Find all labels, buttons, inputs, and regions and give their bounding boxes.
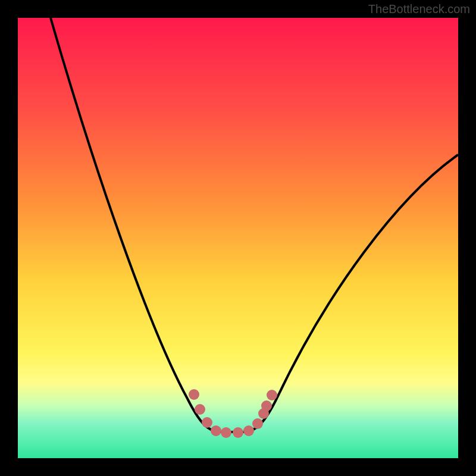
svg-point-0 bbox=[189, 389, 199, 400]
svg-point-4 bbox=[221, 427, 231, 438]
svg-point-6 bbox=[243, 425, 254, 436]
bottleneck-plot bbox=[18, 18, 458, 458]
svg-point-5 bbox=[233, 427, 243, 438]
chart-frame: TheBottleneck.com bbox=[0, 0, 476, 476]
curve-layer bbox=[18, 18, 458, 458]
svg-point-2 bbox=[202, 417, 212, 428]
watermark: TheBottleneck.com bbox=[368, 2, 470, 16]
svg-point-3 bbox=[211, 425, 221, 436]
svg-point-9 bbox=[261, 400, 272, 411]
bottleneck-curve bbox=[51, 18, 458, 432]
curve-markers bbox=[189, 389, 277, 438]
svg-point-7 bbox=[252, 418, 263, 429]
svg-point-1 bbox=[195, 404, 205, 415]
svg-point-10 bbox=[267, 390, 277, 400]
